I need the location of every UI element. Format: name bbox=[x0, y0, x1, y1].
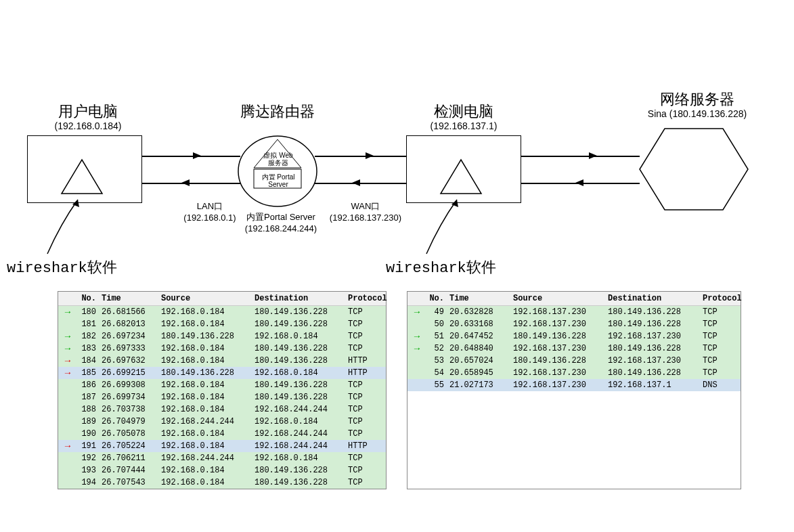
virtual-web-label: 虚拟 Web服务器 bbox=[261, 152, 295, 167]
cell-no: 49 bbox=[426, 306, 447, 318]
marker-arrow-icon bbox=[58, 428, 77, 440]
arrow-right-icon bbox=[366, 152, 374, 159]
cell-no: 51 bbox=[426, 330, 447, 342]
table-row[interactable]: →18226.697234180.149.136.228192.168.0.18… bbox=[58, 330, 386, 342]
table-row[interactable]: 18826.703738192.168.0.184192.168.244.244… bbox=[58, 403, 386, 416]
cell-no: 190 bbox=[77, 428, 99, 440]
cell-dst: 180.149.136.228 bbox=[605, 367, 700, 379]
table-row[interactable]: 19326.707444192.168.0.184180.149.136.228… bbox=[58, 464, 386, 476]
cell-proto: TCP bbox=[700, 355, 741, 367]
cell-proto: TCP bbox=[700, 330, 741, 342]
table-header: No. Time Source Destination Protocol bbox=[407, 292, 741, 306]
cell-time: 20.657024 bbox=[447, 355, 510, 367]
cell-time: 26.699308 bbox=[99, 379, 158, 391]
cell-time: 26.697234 bbox=[99, 330, 158, 342]
cell-no: 181 bbox=[77, 318, 99, 330]
hexagon-icon bbox=[636, 125, 751, 213]
cell-time: 26.697632 bbox=[99, 355, 158, 367]
table-row[interactable]: 5521.027173192.168.137.230192.168.137.1D… bbox=[407, 379, 741, 391]
cell-time: 26.707444 bbox=[99, 464, 158, 476]
cell-dst: 192.168.244.244 bbox=[252, 440, 345, 452]
marker-arrow-icon bbox=[58, 464, 77, 476]
cell-dst: 180.149.136.228 bbox=[252, 355, 345, 367]
table-row[interactable]: 18126.682013192.168.0.184180.149.136.228… bbox=[58, 318, 386, 330]
cell-time: 26.699734 bbox=[99, 391, 158, 403]
table-row[interactable]: 19426.707543192.168.0.184180.149.136.228… bbox=[58, 476, 386, 489]
table-row[interactable]: 19026.705078192.168.0.184192.168.244.244… bbox=[58, 428, 386, 440]
table-row[interactable]: →18026.681566192.168.0.184180.149.136.22… bbox=[58, 306, 386, 318]
router-title: 腾达路由器 bbox=[223, 102, 332, 122]
cell-no: 55 bbox=[426, 379, 447, 391]
cell-src: 192.168.137.230 bbox=[510, 367, 605, 379]
cell-no: 52 bbox=[426, 342, 447, 355]
cell-dst: 180.149.136.228 bbox=[252, 476, 345, 489]
table-row[interactable]: →4920.632828192.168.137.230180.149.136.2… bbox=[407, 306, 741, 318]
cell-dst: 180.149.136.228 bbox=[252, 306, 345, 318]
cell-proto: TCP bbox=[345, 330, 386, 342]
cell-no: 191 bbox=[77, 440, 99, 452]
cell-time: 26.681566 bbox=[99, 306, 158, 318]
table-row[interactable]: →19126.705224192.168.0.184192.168.244.24… bbox=[58, 440, 386, 452]
cell-src: 180.149.136.228 bbox=[158, 330, 252, 342]
cell-time: 26.704979 bbox=[99, 416, 158, 428]
cell-dst: 192.168.0.184 bbox=[252, 416, 345, 428]
table-row[interactable]: 18626.699308192.168.0.184180.149.136.228… bbox=[58, 379, 386, 391]
table-row[interactable]: 5420.658945192.168.137.230180.149.136.22… bbox=[407, 367, 741, 379]
cell-proto: TCP bbox=[345, 379, 386, 391]
cell-dst: 180.149.136.228 bbox=[252, 379, 345, 391]
marker-arrow-icon: → bbox=[58, 306, 77, 318]
cell-time: 20.633168 bbox=[447, 318, 510, 330]
server-sub: Sina (180.149.136.228) bbox=[636, 108, 758, 119]
detect-pc-box bbox=[406, 135, 521, 203]
cell-src: 192.168.0.184 bbox=[158, 428, 252, 440]
table-row[interactable]: 19226.706211192.168.244.244192.168.0.184… bbox=[58, 452, 386, 464]
cell-no: 189 bbox=[77, 416, 99, 428]
table-row[interactable]: →18526.699215180.149.136.228192.168.0.18… bbox=[58, 367, 386, 379]
cell-src: 192.168.0.184 bbox=[158, 306, 252, 318]
packet-table-right: No. Time Source Destination Protocol →49… bbox=[407, 291, 741, 489]
cell-time: 26.706211 bbox=[99, 452, 158, 464]
cell-no: 194 bbox=[77, 476, 99, 489]
cell-time: 26.697333 bbox=[99, 342, 158, 355]
cell-proto: TCP bbox=[345, 403, 386, 416]
cell-time: 21.027173 bbox=[447, 379, 510, 391]
wan-label: WAN口(192.168.137.230) bbox=[325, 200, 406, 223]
cell-src: 192.168.0.184 bbox=[158, 391, 252, 403]
cell-src: 192.168.244.244 bbox=[158, 416, 252, 428]
cell-proto: HTTP bbox=[345, 440, 386, 452]
marker-arrow-icon bbox=[407, 355, 426, 367]
cell-dst: 192.168.244.244 bbox=[252, 428, 345, 440]
cell-dst: 192.168.0.184 bbox=[252, 330, 345, 342]
cell-no: 192 bbox=[77, 452, 99, 464]
user-pc-ip: (192.168.0.184) bbox=[41, 120, 135, 131]
cell-proto: TCP bbox=[700, 306, 741, 318]
detect-pc-title: 检测电脑 bbox=[416, 102, 511, 122]
arrow-left-icon bbox=[181, 179, 190, 186]
cell-src: 192.168.137.230 bbox=[510, 318, 605, 330]
cell-time: 26.705224 bbox=[99, 440, 158, 452]
cell-no: 53 bbox=[426, 355, 447, 367]
cell-src: 192.168.137.230 bbox=[510, 379, 605, 391]
table-row[interactable]: →5120.647452180.149.136.228192.168.137.2… bbox=[407, 330, 741, 342]
cell-time: 26.707543 bbox=[99, 476, 158, 489]
cell-dst: 180.149.136.228 bbox=[605, 342, 700, 355]
wireshark-label-left: wireshark软件 bbox=[7, 257, 117, 278]
cell-dst: 192.168.137.230 bbox=[605, 355, 700, 367]
table-row[interactable]: 18926.704979192.168.244.244192.168.0.184… bbox=[58, 416, 386, 428]
cell-src: 192.168.244.244 bbox=[158, 452, 252, 464]
table-row[interactable]: 5020.633168192.168.137.230180.149.136.22… bbox=[407, 318, 741, 330]
cell-dst: 192.168.0.184 bbox=[252, 452, 345, 464]
cell-no: 187 bbox=[77, 391, 99, 403]
table-row[interactable]: →18426.697632192.168.0.184180.149.136.22… bbox=[58, 355, 386, 367]
table-row[interactable]: 18726.699734192.168.0.184180.149.136.228… bbox=[58, 391, 386, 403]
table-row[interactable]: →18326.697333192.168.0.184180.149.136.22… bbox=[58, 342, 386, 355]
link-line bbox=[142, 183, 240, 184]
portal-inner-label: 内置 Portal Server bbox=[257, 173, 299, 188]
cell-src: 180.149.136.228 bbox=[510, 355, 605, 367]
cell-time: 20.648840 bbox=[447, 342, 510, 355]
cell-time: 26.705078 bbox=[99, 428, 158, 440]
table-row[interactable]: 5320.657024180.149.136.228192.168.137.23… bbox=[407, 355, 741, 367]
table-row[interactable]: →5220.648840192.168.137.230180.149.136.2… bbox=[407, 342, 741, 355]
cell-proto: TCP bbox=[345, 318, 386, 330]
cell-proto: TCP bbox=[700, 318, 741, 330]
